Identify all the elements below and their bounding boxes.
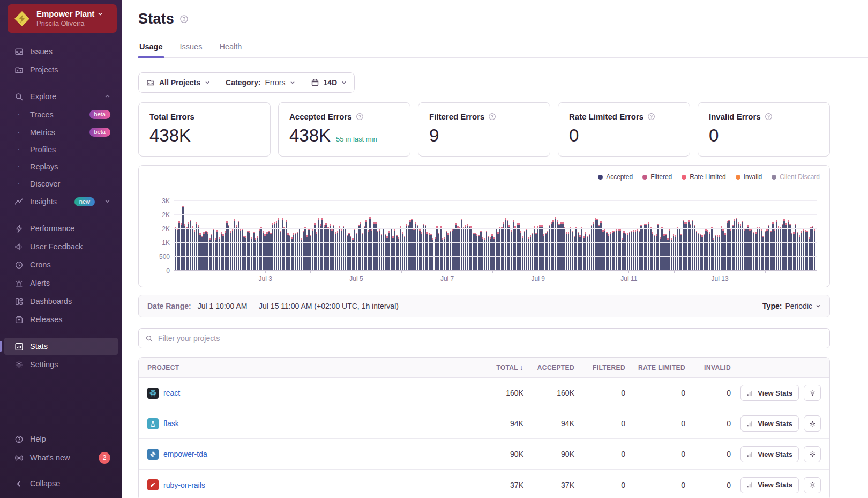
chart-bar[interactable] (225, 231, 226, 270)
chart-bar[interactable] (381, 234, 383, 270)
chart-bar[interactable] (757, 227, 759, 270)
chart-bar[interactable] (396, 235, 398, 270)
chart-bar[interactable] (513, 220, 514, 270)
chart-bar[interactable] (404, 236, 406, 270)
chart-bar[interactable] (362, 233, 363, 270)
chart-bar[interactable] (663, 234, 665, 270)
chart-bar[interactable] (657, 224, 659, 270)
chart-bar[interactable] (810, 227, 812, 270)
chart-bar[interactable] (774, 229, 776, 270)
chart-bar[interactable] (260, 227, 262, 270)
tab-usage[interactable]: Usage (138, 42, 164, 57)
chart-bar[interactable] (194, 230, 196, 270)
type-selector[interactable]: Type: Periodic (762, 302, 821, 310)
sidebar-item-user-feedback[interactable]: User Feedback (4, 238, 118, 255)
chart-bar[interactable] (631, 231, 632, 270)
chart-bar[interactable] (385, 234, 386, 270)
chart-bar[interactable] (253, 232, 255, 270)
chart-bar[interactable] (719, 235, 720, 270)
chart-bar[interactable] (803, 229, 804, 270)
chart-bar[interactable] (738, 222, 739, 271)
chart-bar[interactable] (177, 228, 178, 270)
chart-bar[interactable] (627, 233, 628, 270)
chart-bar[interactable] (503, 222, 505, 270)
chart-bar[interactable] (343, 226, 345, 270)
chart-bar[interactable] (744, 229, 745, 270)
chart-bar[interactable] (520, 231, 522, 270)
chart-bar[interactable] (316, 232, 318, 270)
chart-bar[interactable] (602, 230, 604, 270)
chart-bar[interactable] (722, 229, 724, 270)
chart-bar[interactable] (417, 225, 418, 270)
chart-bar[interactable] (215, 238, 216, 270)
chart-bar[interactable] (564, 227, 566, 270)
chart-bar[interactable] (574, 236, 575, 270)
chart-bar[interactable] (345, 228, 346, 270)
chart-bar[interactable] (348, 233, 350, 270)
chart-bar[interactable] (257, 236, 258, 270)
chart-bar[interactable] (646, 224, 648, 270)
chart-bar[interactable] (415, 222, 417, 270)
chart-bar[interactable] (268, 231, 270, 270)
chart-bar[interactable] (339, 226, 340, 270)
chart-bar[interactable] (507, 220, 508, 270)
project-link[interactable]: react (163, 389, 180, 397)
chart-bar[interactable] (690, 224, 692, 270)
help-circle-icon[interactable] (356, 113, 364, 121)
chart-bar[interactable] (622, 238, 623, 270)
chart-bar[interactable] (759, 227, 760, 270)
chart-bar[interactable] (806, 231, 808, 270)
chart-bar[interactable] (593, 222, 594, 270)
chart-bar[interactable] (560, 222, 562, 270)
chart-bar[interactable] (453, 228, 455, 270)
chart-bar[interactable] (545, 233, 547, 270)
chart-bar[interactable] (457, 226, 459, 270)
chart-bar[interactable] (732, 225, 734, 270)
chart-bar[interactable] (522, 236, 523, 270)
chart-bar[interactable] (789, 224, 791, 270)
chart-bar[interactable] (535, 233, 537, 270)
chart-bar[interactable] (715, 235, 716, 270)
chart-bar[interactable] (669, 229, 671, 270)
chart-bar[interactable] (575, 227, 577, 270)
chart-bar[interactable] (505, 218, 506, 270)
chart-bar[interactable] (184, 224, 186, 270)
chart-bar[interactable] (583, 236, 585, 270)
chart-bar[interactable] (450, 231, 451, 270)
chart-bar[interactable] (566, 232, 567, 270)
project-filter-field[interactable] (138, 328, 830, 348)
chart-bar[interactable] (371, 229, 373, 270)
chart-bar[interactable] (629, 232, 631, 270)
chart-bar[interactable] (333, 225, 335, 270)
chart-bar[interactable] (791, 233, 793, 270)
chart-bar[interactable] (612, 231, 613, 270)
chart-bar[interactable] (673, 234, 675, 270)
sidebar-item-metrics[interactable]: · Metrics beta (4, 124, 118, 140)
chart-bar[interactable] (263, 231, 264, 270)
chart-bar[interactable] (728, 220, 730, 270)
chart-bar[interactable] (661, 227, 663, 270)
chart-bar[interactable] (696, 231, 698, 270)
legend-accepted[interactable]: Accepted (598, 173, 633, 181)
chart-bar[interactable] (700, 234, 701, 270)
chart-bar[interactable] (765, 231, 766, 270)
chart-bar[interactable] (394, 229, 396, 270)
col-accepted[interactable]: ACCEPTED (523, 364, 574, 371)
chart-bar[interactable] (578, 232, 579, 270)
chart-bar[interactable] (618, 229, 619, 270)
chart-bar[interactable] (272, 223, 274, 270)
chart-bar[interactable] (360, 222, 362, 270)
sidebar-item-profiles[interactable]: · Profiles (4, 142, 118, 158)
chart-bar[interactable] (452, 229, 453, 270)
chart-bar[interactable] (677, 227, 678, 270)
chart-bar[interactable] (459, 227, 461, 270)
chart-bar[interactable] (320, 224, 321, 270)
chart-bar[interactable] (589, 234, 590, 270)
chart-bar[interactable] (635, 230, 637, 270)
chart-bar[interactable] (491, 234, 493, 271)
chart-bar[interactable] (423, 224, 424, 270)
chart-bar[interactable] (766, 229, 768, 270)
chart-bar[interactable] (400, 226, 401, 270)
chart-bar[interactable] (499, 227, 501, 270)
chart-bar[interactable] (391, 228, 392, 270)
